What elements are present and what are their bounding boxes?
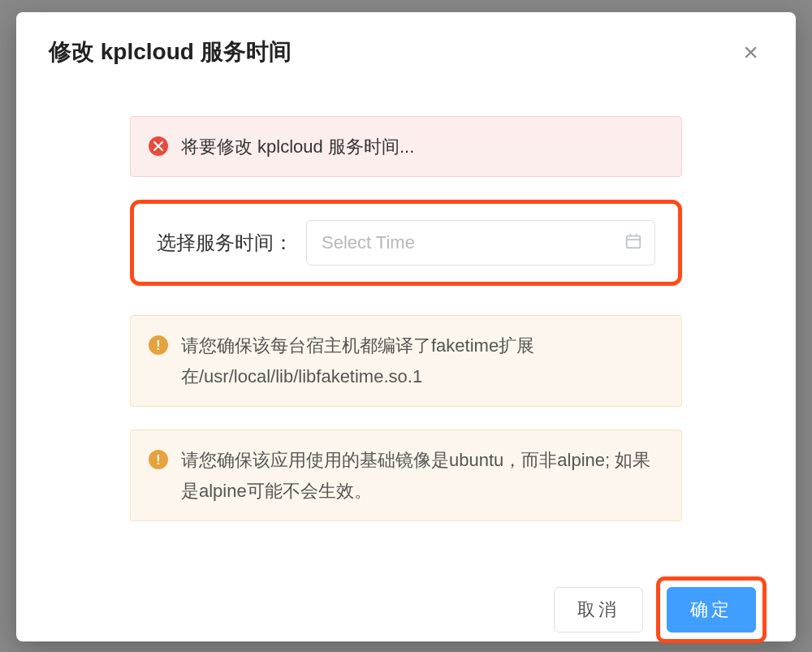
confirm-button[interactable]: 确定 bbox=[667, 587, 756, 633]
alert-error-text: 将要修改 kplcloud 服务时间... bbox=[181, 132, 663, 162]
confirm-highlight: 确定 bbox=[656, 576, 767, 643]
warning-icon: ! bbox=[149, 335, 168, 355]
modal-body: 将要修改 kplcloud 服务时间... 选择服务时间： ! 请您确保该每台宿… bbox=[16, 84, 796, 560]
modal-modify-service-time: 修改 kplcloud 服务时间 × 将要修改 kplcloud 服务时间...… bbox=[16, 12, 796, 641]
time-select-highlight: 选择服务时间： bbox=[130, 200, 682, 286]
close-icon: × bbox=[743, 37, 758, 67]
time-input-wrapper bbox=[306, 220, 655, 266]
warning-icon: ! bbox=[149, 450, 168, 469]
alert-warning-1-text: 请您确保该每台宿主机都编译了faketime扩展在/usr/local/lib/… bbox=[181, 330, 663, 391]
calendar-icon[interactable] bbox=[624, 232, 642, 253]
time-field-label: 选择服务时间： bbox=[157, 230, 293, 256]
modal-header: 修改 kplcloud 服务时间 × bbox=[16, 12, 796, 84]
alert-error: 将要修改 kplcloud 服务时间... bbox=[130, 116, 682, 177]
modal-footer: 取消 确定 bbox=[16, 560, 796, 652]
alert-warning-ubuntu: ! 请您确保该应用使用的基础镜像是ubuntu，而非alpine; 如果是alp… bbox=[130, 430, 682, 521]
cancel-button[interactable]: 取消 bbox=[554, 587, 643, 633]
modal-title: 修改 kplcloud 服务时间 bbox=[49, 37, 292, 67]
alert-warning-faketime: ! 请您确保该每台宿主机都编译了faketime扩展在/usr/local/li… bbox=[130, 315, 682, 407]
time-input[interactable] bbox=[306, 220, 655, 266]
alert-warning-2-text: 请您确保该应用使用的基础镜像是ubuntu，而非alpine; 如果是alpin… bbox=[181, 445, 663, 506]
close-button[interactable]: × bbox=[738, 39, 763, 65]
svg-rect-0 bbox=[627, 236, 641, 248]
error-icon bbox=[149, 136, 168, 156]
